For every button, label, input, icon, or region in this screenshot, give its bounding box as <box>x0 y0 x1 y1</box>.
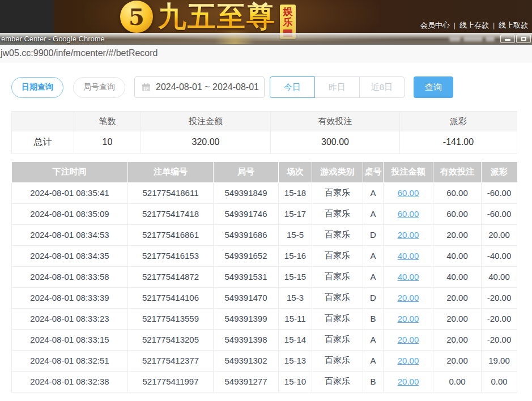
payout-cell: -20.00 <box>482 329 517 350</box>
payout-cell: -40.00 <box>482 245 517 266</box>
valid-bet-cell: 20.00 <box>433 224 482 245</box>
order-no-cell: 521775417418 <box>128 203 214 224</box>
order-no-cell: 521775413559 <box>128 308 214 329</box>
table-no-cell: D <box>363 287 384 308</box>
tab-date-query[interactable]: 日期查询 <box>11 77 63 98</box>
game-type-cell: 百家乐 <box>312 329 363 350</box>
screen: 5 九五至尊 娱 乐 会员中心 | 线上存款 | 线上取款 ember Cent… <box>0 0 532 401</box>
session-cell: 15-3 <box>279 287 312 308</box>
date-range-input[interactable]: 2024-08-01 ~ 2024-08-01 <box>134 76 265 98</box>
calendar-icon <box>142 83 151 92</box>
badge-char-bottom: 乐 <box>283 17 293 28</box>
table-no-cell: B <box>363 308 384 329</box>
col-valid-bet: 有效投注 <box>433 162 482 182</box>
game-type-cell: 百家乐 <box>312 224 363 245</box>
order-no-cell: 521775414872 <box>128 266 214 287</box>
nav-online-withdraw[interactable]: 线上取款 <box>499 20 528 31</box>
col-round-no: 局号 <box>214 162 279 182</box>
bet-time-cell: 2024-08-01 08:35:09 <box>12 203 128 224</box>
nav-online-deposit[interactable]: 线上存款 <box>459 20 489 31</box>
round-no-cell: 549391277 <box>214 371 279 392</box>
quick-yesterday-button[interactable]: 昨日 <box>314 76 360 98</box>
maximize-icon <box>521 37 526 41</box>
quick-last8days-button[interactable]: 近8日 <box>359 76 405 98</box>
game-type-cell: 百家乐 <box>312 182 363 203</box>
game-type-cell: 百家乐 <box>312 308 363 329</box>
bet-time-cell: 2024-08-01 08:32:38 <box>12 371 128 392</box>
col-order-no: 注单编号 <box>128 162 214 182</box>
browser-address-bar[interactable]: jw05.cc:9900/infe/mcenter/#/betRecord <box>0 45 532 62</box>
bet-amount-link[interactable]: 20.00 <box>398 377 419 386</box>
bet-table-body: 2024-08-01 08:35:41521775418611549391849… <box>12 182 517 392</box>
summary-header-payout: 派彩 <box>400 112 517 131</box>
bet-time-cell: 2024-08-01 08:32:51 <box>12 350 128 371</box>
summary-header-bet-amount: 投注金额 <box>141 112 271 131</box>
round-no-cell: 549391399 <box>214 308 279 329</box>
payout-cell: -60.00 <box>482 203 517 224</box>
maximize-button[interactable] <box>516 35 531 43</box>
summary-header-row: 笔数 投注金额 有效投注 派彩 <box>12 112 517 131</box>
bet-amount-link[interactable]: 20.00 <box>398 230 419 240</box>
summary-header-valid-bet: 有效投注 <box>271 112 400 131</box>
minimize-button[interactable] <box>500 35 515 43</box>
round-no-cell: 549391652 <box>214 245 279 266</box>
quick-range-group: 今日 昨日 近8日 <box>270 76 405 98</box>
badge-char-top: 娱 <box>283 6 293 17</box>
payout-cell: 19.00 <box>482 350 517 371</box>
valid-bet-cell: 20.00 <box>433 329 482 350</box>
bet-amount-link[interactable]: 60.00 <box>398 188 419 198</box>
bet-amount-link[interactable]: 40.00 <box>398 272 419 281</box>
game-type-cell: 百家乐 <box>312 287 363 308</box>
summary-payout-value: -141.00 <box>400 131 517 153</box>
session-cell: 15-14 <box>279 329 312 350</box>
col-table-no: 桌号 <box>363 162 384 182</box>
round-no-cell: 549391398 <box>214 329 279 350</box>
table-row: 2024-08-01 08:35:41521775418611549391849… <box>12 182 517 203</box>
bet-table-header-row: 下注时间 注单编号 局号 场次 游戏类别 桌号 投注金额 有效投注 派彩 <box>12 162 517 182</box>
table-no-cell: A <box>363 350 384 371</box>
filter-row: 日期查询 局号查询 2024-08-01 ~ 2024-08-01 今日 昨日 … <box>11 76 521 98</box>
blurred-account-info <box>449 37 495 41</box>
bet-amount-link[interactable]: 40.00 <box>398 251 419 261</box>
order-no-cell: 521775416153 <box>128 245 214 266</box>
bet-amount-link[interactable]: 20.00 <box>398 335 419 344</box>
valid-bet-cell: 60.00 <box>433 203 482 224</box>
bet-time-cell: 2024-08-01 08:34:53 <box>12 224 128 245</box>
bet-amount-cell: 20.00 <box>384 224 433 245</box>
bet-amount-link[interactable]: 60.00 <box>398 209 419 219</box>
session-cell: 15-16 <box>279 245 312 266</box>
valid-bet-cell: 40.00 <box>433 266 482 287</box>
session-cell: 15-18 <box>279 182 312 203</box>
round-no-cell: 549391470 <box>214 287 279 308</box>
order-no-cell: 521775416861 <box>128 224 214 245</box>
col-game-type: 游戏类别 <box>312 162 363 182</box>
bet-amount-cell: 20.00 <box>384 350 433 371</box>
date-range-value: 2024-08-01 ~ 2024-08-01 <box>156 82 259 92</box>
table-no-cell: A <box>363 329 384 350</box>
window-title: ember Center - Google Chrome <box>1 35 105 43</box>
summary-count-value: 10 <box>74 131 141 153</box>
session-cell: 15-17 <box>279 203 312 224</box>
payout-cell: -20.00 <box>482 287 517 308</box>
order-no-cell: 521775412377 <box>128 350 214 371</box>
bet-amount-link[interactable]: 20.00 <box>398 356 419 365</box>
nav-separator: | <box>454 22 456 29</box>
table-row: 2024-08-01 08:33:15521775413205549391398… <box>12 329 517 350</box>
coin-digit: 5 <box>129 3 144 30</box>
nav-member-center[interactable]: 会员中心 <box>420 20 450 31</box>
bet-amount-link[interactable]: 20.00 <box>398 314 419 323</box>
bet-amount-link[interactable]: 20.00 <box>398 293 419 302</box>
bet-amount-cell: 20.00 <box>384 371 433 392</box>
search-button[interactable]: 查询 <box>414 76 453 98</box>
order-no-cell: 521775411997 <box>128 371 214 392</box>
bet-amount-cell: 40.00 <box>384 266 433 287</box>
valid-bet-cell: 60.00 <box>433 182 482 203</box>
round-no-cell: 549391849 <box>214 182 279 203</box>
summary-total-row: 总计 10 320.00 300.00 -141.00 <box>12 131 517 153</box>
summary-header-empty <box>12 112 74 131</box>
bet-time-cell: 2024-08-01 08:33:15 <box>12 329 128 350</box>
round-no-cell: 549391746 <box>214 203 279 224</box>
tab-round-query[interactable]: 局号查询 <box>73 77 125 98</box>
payout-cell: 40.00 <box>482 266 517 287</box>
quick-today-button[interactable]: 今日 <box>270 76 315 98</box>
